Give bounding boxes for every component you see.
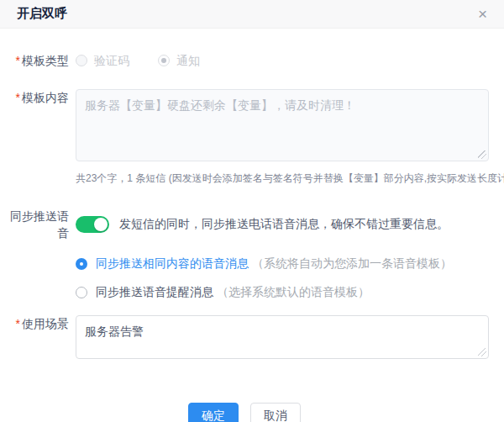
radio-verification-code-label: 验证码	[94, 52, 129, 69]
sync-voice-row: 同步推送语音 发短信的同时，同步推送电话语音消息，确保不错过重要信息。	[0, 208, 489, 241]
radio-verification-code[interactable]: 验证码	[76, 52, 129, 69]
voice-option-same-content[interactable]: 同步推送相同内容的语音消息 （系统将自动为您添加一条语音模板）	[76, 256, 489, 272]
close-icon[interactable]: ×	[478, 6, 487, 22]
required-star: *	[16, 317, 20, 330]
dialog-body: *模板类型 验证码 通知 *模板内容 共23个字，1 条短信 (	[0, 29, 504, 422]
usage-scene-row: *使用场景 服务器告警	[0, 315, 489, 359]
usage-scene-field-wrap: 服务器告警	[76, 315, 489, 359]
sms-count-helper-row: 共23个字，1 条短信 (因发送时会添加签名与签名符号并替换【变量】部分内容,按…	[76, 171, 489, 186]
dialog-footer: 确定 取消	[0, 403, 489, 422]
radio-circle-unchecked-icon	[76, 55, 87, 66]
dialog-header: 开启双呼 ×	[0, 0, 504, 29]
template-content-field-wrap	[76, 89, 489, 161]
sync-voice-label: 同步推送语音	[0, 208, 76, 241]
required-star: *	[16, 91, 20, 104]
template-content-textarea[interactable]	[76, 89, 489, 161]
cancel-button[interactable]: 取消	[250, 403, 301, 422]
template-content-row: *模板内容	[0, 89, 489, 161]
required-star: *	[16, 54, 20, 67]
radio-selected-icon	[76, 258, 87, 270]
voice-option-reminder[interactable]: 同步推送语音提醒消息 （选择系统默认的语音模板）	[76, 285, 489, 300]
usage-scene-label: *使用场景	[0, 315, 76, 359]
radio-notification-label: 通知	[176, 52, 200, 69]
voice-option-reminder-label: 同步推送语音提醒消息	[96, 285, 213, 300]
template-type-radio-group: 验证码 通知	[76, 52, 489, 69]
radio-circle-checked-icon	[158, 55, 170, 66]
confirm-button[interactable]: 确定	[188, 403, 239, 422]
sync-voice-description: 发短信的同时，同步推送电话语音消息，确保不错过重要信息。	[119, 217, 449, 232]
sync-voice-toggle[interactable]	[76, 216, 109, 233]
voice-option-same-content-note: （系统将自动为您添加一条语音模板）	[252, 256, 452, 272]
sms-count-helper-text: 共23个字，1 条短信 (因发送时会添加签名与签名符号并替换【变量】部分内容,按…	[76, 171, 504, 186]
dialog-title: 开启双呼	[17, 6, 67, 22]
radio-unselected-icon	[76, 287, 87, 298]
template-content-label: *模板内容	[0, 89, 76, 161]
enable-dual-call-dialog: 开启双呼 × *模板类型 验证码 通知 *模板内容	[0, 0, 504, 422]
resize-grip-icon[interactable]	[478, 150, 486, 159]
template-type-label: *模板类型	[0, 52, 76, 69]
voice-option-reminder-note: （选择系统默认的语音模板）	[217, 285, 370, 300]
voice-option-same-content-label: 同步推送相同内容的语音消息	[96, 256, 249, 272]
resize-grip-icon[interactable]	[478, 348, 486, 356]
template-type-row: *模板类型 验证码 通知	[0, 52, 489, 69]
usage-scene-textarea[interactable]: 服务器告警	[76, 315, 489, 359]
radio-notification[interactable]: 通知	[158, 52, 200, 69]
toggle-knob-icon	[94, 218, 108, 231]
